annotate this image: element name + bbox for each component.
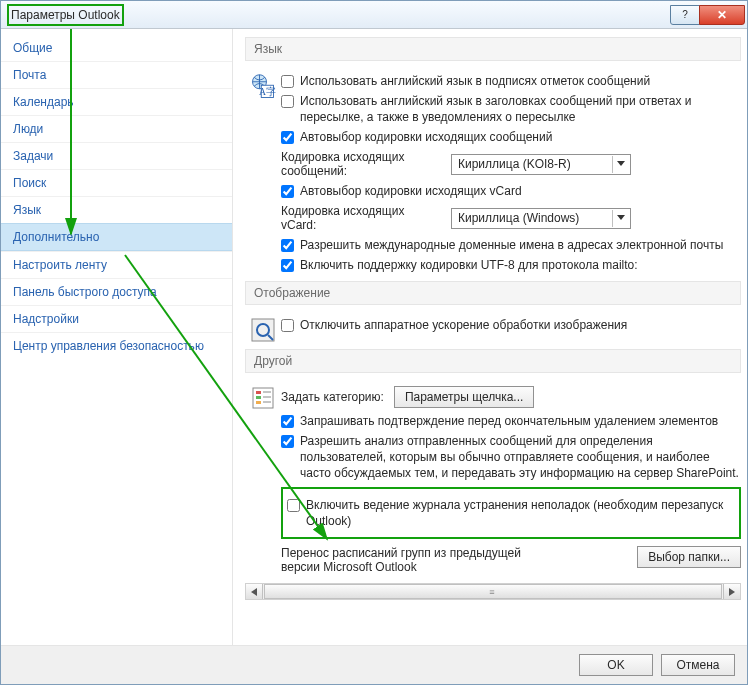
dialog-content: Общие Почта Календарь Люди Задачи Поиск … [1, 29, 747, 645]
combo-outgoing-encoding[interactable]: Кириллица (KOI8-R) [451, 154, 631, 175]
sidebar-item-qat[interactable]: Панель быстрого доступа [1, 278, 232, 305]
lbl-auto-encoding: Автовыбор кодировки исходящих сообщений [300, 129, 552, 145]
chk-allow-idn[interactable] [281, 239, 294, 252]
sidebar-item-calendar[interactable]: Календарь [1, 88, 232, 115]
combo-vcard-encoding-value: Кириллица (Windows) [458, 211, 612, 225]
highlight-logging-option: Включить ведение журнала устранения непо… [281, 487, 741, 539]
lbl-english-headers: Использовать английский язык в заголовка… [300, 93, 741, 125]
lbl-confirm-delete: Запрашивать подтверждение перед окончате… [300, 413, 718, 429]
sidebar: Общие Почта Календарь Люди Задачи Поиск … [1, 29, 233, 645]
lbl-allow-idn: Разрешить международные доменные имена в… [300, 237, 723, 253]
chk-enable-logging[interactable] [287, 499, 300, 512]
lbl-migrate-schedules: Перенос расписаний групп из предыдущей в… [281, 546, 551, 574]
section-header-other: Другой [245, 349, 741, 373]
chk-english-headers[interactable] [281, 95, 294, 108]
category-icon [250, 385, 276, 411]
lbl-utf8-mailto: Включить поддержку кодировки UTF-8 для п… [300, 257, 638, 273]
hscroll-right-button[interactable] [723, 584, 740, 599]
chevron-down-icon [612, 210, 628, 227]
window-buttons: ? ✕ [671, 5, 745, 25]
sidebar-item-tasks[interactable]: Задачи [1, 142, 232, 169]
main-panel: Язык A字 Использовать английский [233, 29, 747, 645]
svg-rect-9 [256, 391, 261, 394]
titlebar: Параметры Outlook ? ✕ [1, 1, 747, 29]
main-scroll-area[interactable]: Язык A字 Использовать английский [233, 29, 747, 645]
chevron-down-icon [612, 156, 628, 173]
lbl-disable-hw-accel: Отключить аппаратное ускорение обработки… [300, 317, 627, 333]
combo-outgoing-encoding-value: Кириллица (KOI8-R) [458, 157, 612, 171]
sidebar-item-mail[interactable]: Почта [1, 61, 232, 88]
hscroll-left-button[interactable] [246, 584, 263, 599]
cancel-button[interactable]: Отмена [661, 654, 735, 676]
sidebar-item-people[interactable]: Люди [1, 115, 232, 142]
chk-auto-encoding[interactable] [281, 131, 294, 144]
svg-rect-10 [256, 396, 261, 399]
chk-analyze-sent[interactable] [281, 435, 294, 448]
sidebar-item-search[interactable]: Поиск [1, 169, 232, 196]
ok-button[interactable]: OK [579, 654, 653, 676]
chk-auto-vcard-encoding[interactable] [281, 185, 294, 198]
section-header-display: Отображение [245, 281, 741, 305]
lbl-vcard-encoding: Кодировка исходящих vCard: [281, 204, 441, 232]
dialog-window: Параметры Outlook ? ✕ Общие Почта Календ… [0, 0, 748, 685]
chk-confirm-delete[interactable] [281, 415, 294, 428]
svg-text:A字: A字 [259, 86, 276, 97]
hscroll-thumb[interactable]: ≡ [264, 584, 722, 599]
sidebar-item-addins[interactable]: Надстройки [1, 305, 232, 332]
lbl-english-signatures: Использовать английский язык в подписях … [300, 73, 650, 89]
sidebar-item-customize-ribbon[interactable]: Настроить ленту [1, 251, 232, 278]
chk-english-signatures[interactable] [281, 75, 294, 88]
section-header-language: Язык [245, 37, 741, 61]
lbl-set-category: Задать категорию: [281, 390, 384, 404]
dialog-footer: OK Отмена [1, 645, 747, 684]
btn-click-params[interactable]: Параметры щелчка... [394, 386, 535, 408]
lbl-outgoing-encoding: Кодировка исходящих сообщений: [281, 150, 441, 178]
combo-vcard-encoding[interactable]: Кириллица (Windows) [451, 208, 631, 229]
sidebar-item-advanced[interactable]: Дополнительно [1, 223, 232, 251]
language-icon: A字 [249, 73, 277, 101]
sidebar-item-trust-center[interactable]: Центр управления безопасностью [1, 332, 232, 359]
chk-disable-hw-accel[interactable] [281, 319, 294, 332]
sidebar-item-general[interactable]: Общие [1, 35, 232, 61]
help-button[interactable]: ? [670, 5, 700, 25]
svg-rect-11 [256, 401, 261, 404]
display-icon [250, 317, 276, 343]
window-title-text: Параметры Outlook [7, 4, 124, 26]
lbl-analyze-sent: Разрешить анализ отправленных сообщений … [300, 433, 741, 481]
sidebar-item-language[interactable]: Язык [1, 196, 232, 223]
btn-select-folder[interactable]: Выбор папки... [637, 546, 741, 568]
lbl-enable-logging: Включить ведение журнала устранения непо… [306, 497, 735, 529]
horizontal-scrollbar[interactable]: ≡ [245, 583, 741, 600]
close-button[interactable]: ✕ [699, 5, 745, 25]
window-title: Параметры Outlook [7, 4, 124, 26]
chk-utf8-mailto[interactable] [281, 259, 294, 272]
lbl-auto-vcard-encoding: Автовыбор кодировки исходящих vCard [300, 183, 522, 199]
